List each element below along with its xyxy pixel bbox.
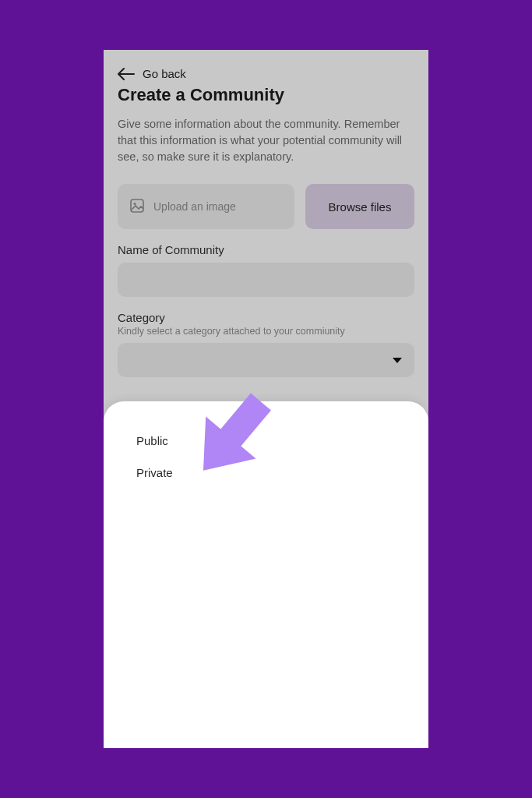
chevron-down-icon <box>393 358 402 363</box>
sheet-option-private[interactable]: Private <box>125 457 407 489</box>
browse-files-button[interactable]: Browse files <box>305 184 414 229</box>
phone-frame: Go back Create a Community Give some inf… <box>104 50 428 748</box>
category-field-group: Category Kindly select a category attach… <box>118 311 414 377</box>
category-label: Category <box>118 311 414 324</box>
upload-row: Upload an image Browse files <box>118 184 414 229</box>
community-name-input[interactable] <box>118 263 414 297</box>
visibility-bottom-sheet: Public Private <box>104 401 428 748</box>
go-back-button[interactable]: Go back <box>118 67 414 80</box>
name-label: Name of Community <box>118 243 414 256</box>
arrow-left-icon <box>118 68 135 80</box>
page-description: Give some information about the communit… <box>118 116 414 165</box>
page-title: Create a Community <box>118 85 414 105</box>
svg-point-1 <box>133 202 136 204</box>
sheet-option-label: Public <box>136 434 168 447</box>
sheet-option-label: Private <box>136 466 173 479</box>
category-select[interactable] <box>118 343 414 377</box>
upload-placeholder: Upload an image <box>153 200 236 213</box>
svg-rect-0 <box>131 200 143 212</box>
image-icon <box>130 199 144 215</box>
upload-image-box[interactable]: Upload an image <box>118 184 294 229</box>
category-hint: Kindly select a category attached to you… <box>118 326 414 337</box>
sheet-option-public[interactable]: Public <box>125 425 407 457</box>
create-community-screen: Go back Create a Community Give some inf… <box>104 50 428 377</box>
name-field-group: Name of Community <box>118 243 414 311</box>
go-back-label: Go back <box>143 67 186 80</box>
browse-files-label: Browse files <box>329 200 392 214</box>
